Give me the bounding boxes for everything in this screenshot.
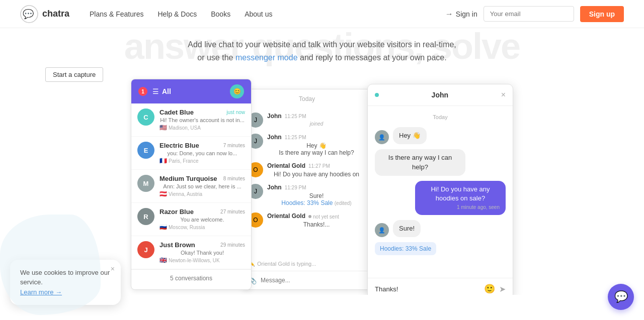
chat-user-name: John [383,91,497,99]
conv-location: 🇬🇧 Newton-le-Willows, UK [159,257,245,264]
conv-content: Medium Turquoise 8 minutes Ann: Just so … [159,175,245,197]
navbar: 💬 chatra Plans & Features Help & Docs Bo… [0,0,644,28]
location-text: Newton-le-Willows, UK [169,258,220,263]
location-text: Paris, France [169,158,198,164]
mid-msg-header: Oriental Gold not yet sent [267,212,366,220]
mid-message: J John 11:29 PM Sure! Hoodies: 33% Sale … [248,184,366,206]
conv-name: Electric Blue [159,142,199,149]
chat-bubble: Sure! [393,220,421,237]
mid-date-header: Today [242,89,372,109]
conv-location: 🇦🇹 Vienna, Austria [159,190,245,197]
conv-item[interactable]: E Electric Blue 7 minutes you: Done, you… [131,137,251,170]
mid-msg-time: 11:25 PM [285,114,306,119]
close-button[interactable]: × [501,90,506,99]
conv-avatar: J [137,241,154,258]
chat-input[interactable] [375,285,480,293]
cookie-text: We use cookies to improve our service. [20,268,111,287]
hero-subtitle-part2: or use the [197,53,233,62]
conv-item[interactable]: R Razor Blue 27 minutes You are welcome.… [131,203,251,236]
mid-msg-name: John [267,134,282,141]
mid-msg-body: Oriental Gold 11:27 PM Hi! Do you have a… [267,162,366,178]
conv-preview: Okay! Thank you! [159,250,245,256]
nav-about[interactable]: About us [245,10,272,18]
conv-content: Just Brown 29 minutes Okay! Thank you! 🇬… [159,241,245,264]
conversations-panel: 1 ☰ All 😊 C Cadet Blue just now Hi! The … [131,79,252,290]
conv-time: just now [226,110,245,115]
nav-links: Plans & Features Help & Docs Books About… [90,10,445,18]
flag-icon: 🇺🇸 [159,124,167,131]
conv-content: Cadet Blue just now Hi! The owner's acco… [159,109,245,131]
conv-avatar: E [137,142,154,159]
conv-name-row: Medium Turquoise 8 minutes [159,175,245,182]
mid-messages: J John 11:25 PM joined J John 11:25 PM H… [242,109,372,258]
chat-date: Today [375,114,506,120]
conv-name: Medium Turquoise [159,175,217,182]
sign-in-icon: → [445,10,453,19]
svg-text:💬: 💬 [23,9,34,20]
nav-plans[interactable]: Plans & Features [90,10,143,18]
cookie-close-button[interactable]: × [111,265,115,273]
mid-msg-body: John 11:25 PM Hey 👋Is there any way I ca… [267,134,366,156]
mid-msg-link: Hoodies: 33% Sale (edited) [267,199,366,206]
nav-books[interactable]: Books [211,10,230,18]
edited-label: (edited) [335,200,352,206]
not-yet-sent: not yet sent [308,214,339,220]
emoji-icon[interactable]: 🙂 [484,283,495,294]
chat-bubble-row: 👤Sure! [375,220,506,237]
chat-bubble: Hey 👋 [393,127,427,144]
not-sent-dot [308,215,311,218]
capture-button[interactable]: Start a capture [45,67,103,82]
conv-time: 8 minutes [223,176,245,181]
mid-msg-name: Oriental Gold [267,162,305,169]
conv-preview: Hi! The owner's account is not in... [159,117,245,123]
hero-messenger-link[interactable]: messenger mode [235,53,298,62]
conv-count: 5 conversations [170,275,212,282]
chat-bubble-meta: 1 minute ago, seen [421,204,500,211]
middle-panel: Today J John 11:25 PM joined J John [242,89,372,290]
filter-icon: ☰ [152,87,159,95]
logo[interactable]: 💬 chatra [20,5,69,23]
mid-msg-text: Hi! Do you have any hoodies on [267,171,366,178]
conv-list: C Cadet Blue just now Hi! The owner's ac… [131,103,251,269]
hero-subtitle-part3: and reply to messages at your own pace. [300,53,447,62]
conv-item[interactable]: M Medium Turquoise 8 minutes Ann: Just s… [131,170,251,203]
conv-avatar: M [137,175,154,192]
chat-bubble: Is there any way I can help? [375,149,465,175]
flag-icon: 🇷🇺 [159,224,167,231]
email-input[interactable] [484,6,574,22]
nav-help[interactable]: Help & Docs [157,10,197,18]
mid-msg-text: Hey 👋Is there any way I can help? [267,142,366,156]
logo-text: chatra [42,9,69,19]
conv-preview: You are welcome. [159,217,245,223]
mid-message-input[interactable] [261,277,366,284]
hero-subtitle: Add live chat to your website and talk w… [20,38,624,64]
send-icon[interactable]: ➤ [499,284,506,294]
flag-icon: 🇬🇧 [159,257,167,264]
mid-msg-time: 11:29 PM [285,185,306,190]
unread-badge: 1 [138,87,147,96]
conv-location: 🇫🇷 Paris, France [159,157,245,164]
conv-item[interactable]: J Just Brown 29 minutes Okay! Thank you!… [131,236,251,269]
chat-win-actions: 🙂 ➤ [484,283,506,294]
conv-preview: you: Done, you can now lo... [159,150,245,156]
sale-link[interactable]: Hoodies: 33% Sale [281,199,333,206]
chat-win-footer[interactable]: 🙂 ➤ [368,278,513,295]
cookie-learn-more[interactable]: Learn more → [20,288,62,295]
mid-footer[interactable]: 📎 [242,271,372,289]
conv-header: 1 ☰ All 😊 [131,79,251,103]
sign-in-link[interactable]: → Sign in [445,10,477,19]
conv-name-row: Cadet Blue just now [159,109,245,116]
conv-item[interactable]: C Cadet Blue just now Hi! The owner's ac… [131,103,251,137]
chat-link-bubble[interactable]: Hoodies: 33% Sale [375,242,436,255]
chat-bubble-row: Hi! Do you have any hoodies on sale?1 mi… [375,181,506,215]
conv-content: Electric Blue 7 minutes you: Done, you c… [159,142,245,164]
chat-bubble-row: Hoodies: 33% Sale [375,242,506,255]
signup-button[interactable]: Sign up [580,6,624,22]
mid-msg-body: Oriental Gold not yet sent Thanks!... [267,212,366,228]
mid-msg-name: John [267,184,282,191]
conv-name-row: Just Brown 29 minutes [159,241,245,249]
agent-avatar: 😊 [230,84,244,98]
chat-avatar: 👤 [375,130,389,144]
conv-footer: 5 conversations [131,269,251,287]
mid-msg-header: John 11:25 PM [267,113,366,120]
